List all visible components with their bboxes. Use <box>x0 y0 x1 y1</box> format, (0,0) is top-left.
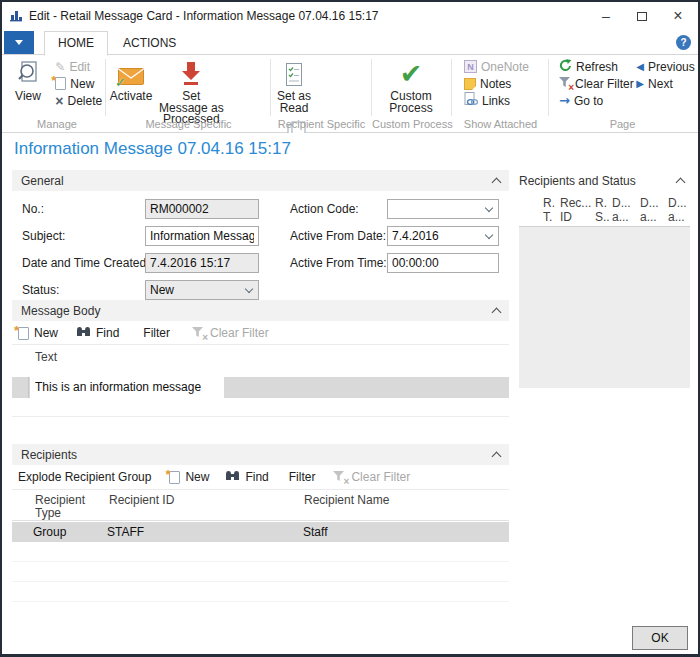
view-button[interactable]: View <box>8 55 48 103</box>
recipients-find-button[interactable]: Find <box>225 470 268 484</box>
created-label: Date and Time Created: <box>22 256 149 270</box>
delete-icon: × <box>55 95 63 107</box>
maximize-icon <box>637 12 647 21</box>
chevron-down-icon <box>485 230 493 238</box>
minimize-button[interactable]: – <box>588 2 624 30</box>
factbox-col-date-2[interactable]: D...a... <box>640 196 659 224</box>
previous-icon: ◀ <box>636 61 644 72</box>
message-body-new-button[interactable]: New <box>18 326 58 340</box>
message-body-toolbar: New Find Filter <box>12 323 509 343</box>
status-value: New <box>150 283 174 297</box>
ribbon-group-custom-process: ✔ Custom Process Custom Process <box>372 55 452 132</box>
ribbon-tab-bar: HOME ACTIONS ? <box>2 30 698 55</box>
links-button[interactable]: Links <box>460 92 529 109</box>
manage-small-buttons: ✎ Edit New × Delete <box>51 55 103 109</box>
links-icon <box>464 92 478 109</box>
subject-field[interactable] <box>145 226 259 246</box>
no-field[interactable] <box>145 199 259 219</box>
message-body-find-button[interactable]: Find <box>76 326 119 340</box>
retail-message-card-window: Edit - Retail Message Card - Information… <box>0 0 700 657</box>
fasttab-recipients-header[interactable]: Recipients <box>12 444 509 465</box>
factbox-col-recipient-status[interactable]: R.S.. <box>595 196 610 224</box>
collapse-chevron-icon <box>492 451 502 461</box>
find-binoculars-icon <box>225 470 240 484</box>
ok-button[interactable]: OK <box>632 626 688 650</box>
row-selector-cell[interactable] <box>12 377 29 398</box>
action-code-combobox[interactable] <box>387 199 499 219</box>
gray-x-overlay-icon: × <box>202 333 208 343</box>
tab-actions[interactable]: ACTIONS <box>110 32 189 55</box>
message-body-filter-button[interactable]: Filter <box>143 326 170 340</box>
collapse-chevron-icon <box>492 177 502 187</box>
help-button[interactable]: ? <box>676 35 691 50</box>
factbox-col-date-1[interactable]: D...a... <box>612 196 631 224</box>
find-binoculars-icon <box>76 326 91 340</box>
factbox-empty-list[interactable] <box>519 227 690 388</box>
new-button[interactable]: New <box>51 75 103 92</box>
notes-button[interactable]: Notes <box>460 75 529 92</box>
fasttab-message-body-header[interactable]: Message Body <box>12 300 509 321</box>
text-edit-cell[interactable]: This is an information message <box>30 377 224 398</box>
set-message-as-processed-button[interactable]: Set Message as Processed <box>157 55 225 126</box>
collapse-chevron-icon <box>676 177 686 187</box>
custom-process-button[interactable]: ✔ Custom Process <box>375 55 447 114</box>
go-to-arrow-icon: → <box>559 93 570 108</box>
red-x-overlay-icon: × <box>568 83 574 93</box>
factbox-header[interactable]: Recipients and Status <box>519 170 690 191</box>
column-header-text[interactable]: Text <box>35 351 57 364</box>
fasttab-recipients-title: Recipients <box>21 448 77 462</box>
group-label-custom-process: Custom Process <box>372 118 452 130</box>
view-icon <box>17 59 39 87</box>
recipient-name-cell: Staff <box>303 522 327 543</box>
factbox-col-date-3[interactable]: D...a... <box>668 196 687 224</box>
gray-x-overlay-icon: × <box>344 477 350 487</box>
explode-recipient-group-button[interactable]: Explode Recipient Group <box>18 470 151 484</box>
recipients-row[interactable]: Group STAFF Staff <box>12 522 509 542</box>
group-label-message-specific: Message Specific <box>106 118 271 130</box>
application-menu-button[interactable] <box>4 31 34 54</box>
recipient-id-cell: STAFF <box>107 522 144 543</box>
ribbon-group-show-attached: OneNote Notes Links <box>452 55 549 132</box>
factbox-col-recipient-type[interactable]: R.T. <box>543 196 555 224</box>
column-header-recipient-id[interactable]: Recipient ID <box>109 494 174 507</box>
group-label-page: Page <box>549 118 696 130</box>
group-label-show-attached: Show Attached <box>452 118 549 130</box>
maximize-button[interactable] <box>624 2 660 30</box>
factbox-col-recipient-id[interactable]: Rec...ID <box>560 196 591 224</box>
status-combobox[interactable]: New <box>145 280 259 300</box>
action-code-label: Action Code: <box>290 202 359 216</box>
go-to-button[interactable]: → Go to <box>555 92 629 109</box>
message-body-clear-filter-button: × Clear Filter <box>192 326 269 340</box>
tab-home[interactable]: HOME <box>44 31 108 56</box>
active-from-date-combobox[interactable]: 7.4.2016 <box>387 226 499 246</box>
refresh-button[interactable]: Refresh <box>555 58 629 75</box>
recipients-new-button[interactable]: New <box>169 470 209 484</box>
set-as-read-button[interactable]: Set as Read <box>273 55 315 114</box>
fasttab-general-header[interactable]: General <box>12 170 509 191</box>
active-from-time-field[interactable] <box>387 253 499 273</box>
onenote-button: OneNote <box>460 58 529 75</box>
chevron-down-icon <box>245 284 253 292</box>
column-header-recipient-type[interactable]: Recipient Type <box>35 494 97 520</box>
ribbon-group-message-specific: ✓ Activate Set Message as Processed × Ca… <box>106 55 271 132</box>
activate-button[interactable]: ✓ Activate <box>108 55 154 103</box>
date-time-created-field[interactable] <box>145 253 259 273</box>
ribbon-group-manage: View ✎ Edit New × Delete Manage <box>8 55 106 132</box>
next-button[interactable]: ▶ Next <box>632 75 692 92</box>
fasttab-message-body-title: Message Body <box>21 304 100 318</box>
active-from-time-label: Active From Time: <box>290 256 387 270</box>
delete-button[interactable]: × Delete <box>51 92 103 109</box>
group-label-recipient-specific: Recipient Specific <box>271 118 372 130</box>
subject-label: Subject: <box>22 229 65 243</box>
previous-button[interactable]: ◀ Previous <box>632 58 692 75</box>
group-label-manage: Manage <box>8 118 106 130</box>
active-from-date-label: Active From Date: <box>290 229 386 243</box>
clear-filter-button[interactable]: × Clear Filter <box>555 75 629 92</box>
column-header-recipient-name[interactable]: Recipient Name <box>304 494 389 507</box>
green-check-icon: ✔ <box>400 59 423 87</box>
close-button[interactable]: × <box>660 2 696 30</box>
recipients-filter-button[interactable]: Filter <box>289 470 316 484</box>
clear-filter-icon: × <box>559 77 571 90</box>
message-body-row[interactable]: This is an information message <box>12 377 509 398</box>
chevron-down-icon <box>15 40 23 45</box>
